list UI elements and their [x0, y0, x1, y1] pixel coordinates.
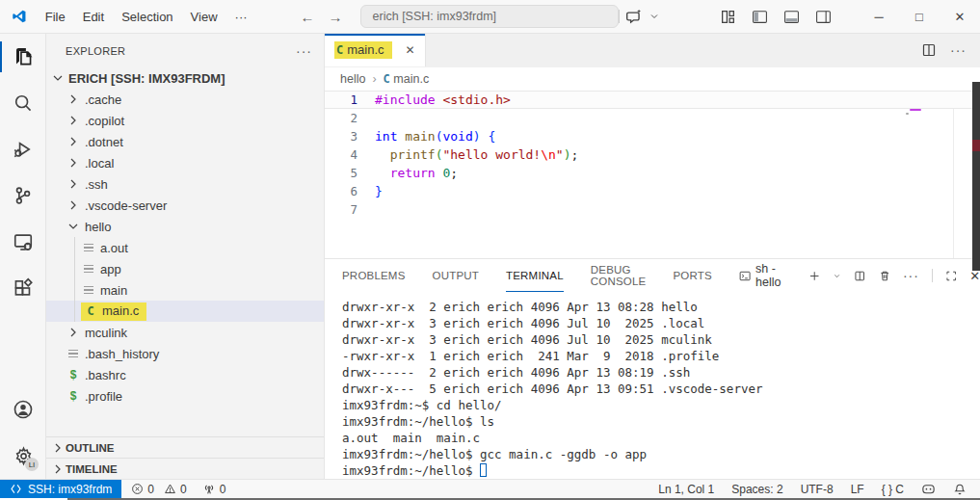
source-control-activity-button[interactable]	[0, 172, 46, 219]
terminal-instance[interactable]: sh - hello	[739, 262, 796, 289]
panel-actions: sh - hello ···	[739, 262, 980, 289]
maximize-button[interactable]: □	[899, 0, 940, 33]
status-item-spaces-2[interactable]: Spaces: 2	[731, 483, 782, 496]
split-editor-icon[interactable]	[921, 42, 937, 58]
status-item-ln-1-col-1[interactable]: Ln 1, Col 1	[658, 483, 714, 496]
terminal-dropdown-icon[interactable]	[833, 271, 841, 281]
background-window-mark	[972, 140, 980, 151]
tree-item-label: .ssh	[85, 177, 108, 192]
panel-tab-terminal[interactable]: TERMINAL	[506, 259, 564, 292]
chevron-down-icon[interactable]	[649, 11, 660, 22]
breadcrumb-file[interactable]: main.c	[393, 72, 429, 86]
tree-item-main-c[interactable]: Cmain.c	[46, 301, 324, 322]
copilot-chat-icon[interactable]	[625, 8, 643, 25]
menu-view[interactable]: View	[182, 0, 226, 34]
menu-edit[interactable]: Edit	[74, 0, 113, 34]
tree-item-label: mculink	[85, 326, 127, 340]
status-item--c[interactable]: { } C	[882, 483, 904, 496]
tree-item-a-out[interactable]: a.out	[46, 237, 324, 258]
toggle-panel-icon[interactable]	[783, 9, 800, 25]
timeline-section[interactable]: TIMELINE	[46, 458, 324, 479]
code-token: {	[488, 129, 495, 144]
menu-file[interactable]: File	[37, 0, 74, 34]
code-token: printf	[390, 147, 436, 162]
panel-tab-output[interactable]: OUTPUT	[433, 259, 479, 292]
tree-item--local[interactable]: .local	[46, 152, 324, 173]
remote-explorer-activity-button[interactable]	[0, 219, 46, 265]
code-line-6: 6}	[325, 182, 980, 200]
source-control-icon	[13, 185, 34, 206]
problems-status[interactable]: 0 0	[131, 483, 186, 496]
tree-item--cache[interactable]: .cache	[46, 89, 324, 110]
toggle-secondary-sidebar-icon[interactable]	[815, 9, 832, 25]
breadcrumb-folder[interactable]: hello	[340, 72, 365, 86]
timeline-label: TIMELINE	[66, 463, 118, 475]
tree-item--copilot[interactable]: .copilot	[46, 110, 324, 131]
toggle-primary-sidebar-icon[interactable]	[752, 9, 768, 25]
nav-arrows: ← →	[301, 9, 343, 25]
accounts-activity-button[interactable]	[0, 386, 46, 433]
tree-item--profile[interactable]: $.profile	[46, 385, 324, 407]
tree-item--vscode-server[interactable]: .vscode-server	[46, 195, 324, 216]
explorer-root-folder[interactable]: ERICH [SSH: IMX93FRDM]	[46, 67, 324, 89]
panel-tab-problems[interactable]: PROBLEMS	[342, 259, 406, 292]
new-terminal-icon[interactable]	[808, 269, 820, 283]
maximize-panel-icon[interactable]	[945, 269, 957, 283]
customize-layout-icon[interactable]	[720, 9, 736, 25]
tab-main-c[interactable]: C main.c ✕	[325, 34, 426, 66]
code-token: int	[375, 129, 397, 144]
search-activity-button[interactable]	[0, 80, 46, 126]
settings-gear-activity-button[interactable]: LI	[0, 433, 46, 479]
tree-item--bashrc[interactable]: $.bashrc	[46, 364, 324, 385]
code-token: void	[442, 129, 472, 144]
notifications-bell-icon[interactable]	[953, 483, 967, 496]
remote-indicator[interactable]: SSH: imx93frdm	[0, 480, 121, 498]
code-line-2: 2	[325, 109, 980, 127]
code-token	[375, 166, 390, 180]
kill-terminal-icon[interactable]	[879, 269, 890, 283]
run-debug-activity-button[interactable]	[0, 126, 46, 172]
explorer-activity-button[interactable]	[0, 34, 46, 80]
tab-close-icon[interactable]: ✕	[406, 43, 415, 57]
status-item-utf-8[interactable]: UTF-8	[801, 483, 834, 496]
file-icon	[81, 282, 96, 298]
tree-item-hello[interactable]: hello	[46, 216, 324, 237]
back-arrow-icon[interactable]: ←	[301, 9, 315, 25]
terminal-line: -rwxr-xr-x 1 erich erich 241 Mar 9 2018 …	[342, 348, 980, 364]
tab-label: main.c	[347, 42, 384, 57]
minimize-button[interactable]: ─	[859, 0, 899, 33]
code-token: ;	[450, 166, 458, 180]
code-lines: 1#include <stdio.h>23int main(void) {4 p…	[325, 91, 980, 219]
explorer-more-actions-icon[interactable]: ···	[296, 43, 312, 59]
code-editor[interactable]: 1#include <stdio.h>23int main(void) {4 p…	[325, 91, 980, 258]
tree-item--bash-history[interactable]: .bash_history	[46, 343, 324, 364]
tree-item-main[interactable]: main	[46, 279, 324, 301]
line-number: 5	[325, 164, 375, 182]
code-text: return 0;	[375, 164, 458, 182]
split-terminal-icon[interactable]	[854, 269, 865, 283]
search-text: erich [SSH: imx93frdm]	[361, 10, 618, 23]
tree-item-label: .dotnet	[85, 135, 123, 149]
close-button[interactable]: ✕	[940, 0, 980, 33]
panel-tab-ports[interactable]: PORTS	[673, 259, 711, 292]
status-item-lf[interactable]: LF	[851, 483, 864, 496]
menu-[interactable]: ···	[226, 0, 256, 34]
tree-item-app[interactable]: app	[46, 258, 324, 279]
shell-file-icon: $	[66, 388, 81, 404]
tree-item-mculink[interactable]: mculink	[46, 322, 324, 343]
tree-item--ssh[interactable]: .ssh	[46, 173, 324, 195]
copilot-status-icon[interactable]	[921, 482, 936, 496]
terminal-output[interactable]: drwxr-xr-x 2 erich erich 4096 Apr 13 08:…	[325, 292, 980, 479]
extensions-activity-button[interactable]	[0, 265, 46, 311]
code-token: }	[375, 184, 383, 198]
panel-more-actions-icon[interactable]: ···	[903, 268, 919, 283]
outline-section[interactable]: OUTLINE	[46, 436, 324, 458]
tree-item--dotnet[interactable]: .dotnet	[46, 131, 324, 152]
chevron-right-icon	[50, 461, 66, 477]
forward-arrow-icon[interactable]: →	[329, 9, 343, 25]
editor-more-actions-icon[interactable]: ···	[950, 42, 967, 58]
panel-tab-debug-console[interactable]: DEBUG CONSOLE	[591, 259, 647, 292]
command-center-search[interactable]: erich [SSH: imx93frdm]	[360, 5, 619, 28]
menu-selection[interactable]: Selection	[113, 0, 181, 34]
ports-status[interactable]: 0	[202, 483, 226, 496]
